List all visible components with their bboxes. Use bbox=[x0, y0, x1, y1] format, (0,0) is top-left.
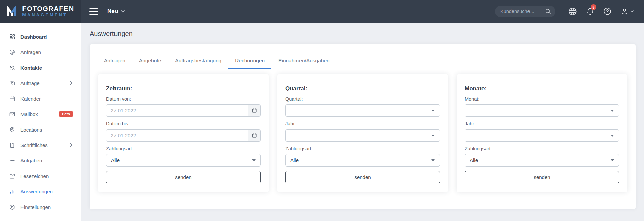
select-caret-icon bbox=[431, 135, 435, 137]
map-pin-icon bbox=[9, 126, 15, 133]
select-value: - - - bbox=[290, 133, 298, 138]
sidebar-item-locations[interactable]: Locations bbox=[0, 122, 81, 137]
help-button[interactable] bbox=[601, 5, 614, 18]
payment-type-label: Zahlungsart: bbox=[465, 146, 619, 151]
camera-icon bbox=[9, 80, 15, 86]
date-from-picker-button[interactable] bbox=[248, 105, 260, 116]
chevron-down-icon bbox=[121, 10, 125, 13]
sidebar-item-kalender[interactable]: Kalender bbox=[0, 91, 81, 106]
sidebar-item-label: Einstellungen bbox=[20, 204, 51, 210]
sidebar-item-anfragen[interactable]: Anfragen bbox=[0, 44, 81, 60]
panel-title: Quartal: bbox=[285, 85, 440, 92]
page-title: Auswertungen bbox=[90, 30, 636, 38]
select-value: Alle bbox=[111, 157, 120, 163]
neu-dropdown-button[interactable]: Neu bbox=[107, 8, 125, 15]
tab-angebote[interactable]: Angebote bbox=[132, 57, 168, 69]
sidebar-item-label: Locations bbox=[20, 127, 42, 133]
top-navbar: FOTOGRAFEN MANAGEMENT Neu bbox=[0, 0, 644, 23]
year-select[interactable]: - - - bbox=[465, 129, 619, 142]
senden-button-quartal[interactable]: senden bbox=[285, 171, 440, 183]
panel-zeitraum: Zeitraum: Datum von: bbox=[98, 74, 269, 192]
date-to-input[interactable] bbox=[106, 133, 248, 138]
month-label: Monat: bbox=[465, 96, 619, 102]
sidebar-item-label: Auswertungen bbox=[20, 189, 53, 194]
date-to-picker-button[interactable] bbox=[248, 130, 260, 141]
user-menu-button[interactable] bbox=[618, 5, 635, 18]
senden-button-zeitraum[interactable]: senden bbox=[106, 171, 261, 183]
chevron-right-icon bbox=[70, 143, 73, 147]
quarter-select[interactable]: - - - bbox=[285, 104, 440, 117]
payment-type-label: Zahlungsart: bbox=[106, 146, 261, 151]
sidebar-item-auswertungen[interactable]: Auswertungen bbox=[0, 184, 81, 199]
notifications-button[interactable]: 5 bbox=[584, 5, 596, 18]
year-label: Jahr: bbox=[465, 121, 619, 126]
auswertungen-card: Anfragen Angebote Auftragsbestätigung Re… bbox=[90, 44, 636, 209]
tab-rechnungen[interactable]: Rechnungen bbox=[228, 57, 271, 69]
sidebar-item-mailbox[interactable]: Mailbox Beta bbox=[0, 106, 81, 122]
date-from-field bbox=[106, 104, 261, 117]
select-value: Alle bbox=[290, 157, 299, 163]
calendar-icon bbox=[252, 133, 257, 138]
notification-count-badge: 5 bbox=[591, 4, 596, 10]
neu-label: Neu bbox=[107, 8, 118, 15]
sidebar-item-lesezeichen[interactable]: Lesezeichen bbox=[0, 168, 81, 184]
payment-type-label: Zahlungsart: bbox=[285, 146, 440, 151]
payment-type-select[interactable]: Alle bbox=[106, 154, 261, 167]
tab-einnahmen-ausgaben[interactable]: Einnahmen/Ausgaben bbox=[272, 57, 336, 69]
logo-text-line1: FOTOGRAFEN bbox=[22, 5, 74, 12]
sidebar-item-kontakte[interactable]: Kontakte bbox=[0, 60, 81, 75]
calendar-icon bbox=[9, 95, 15, 102]
tab-auftragsbestaetigung[interactable]: Auftragsbestätigung bbox=[168, 57, 228, 69]
sidebar-item-einstellungen[interactable]: Einstellungen bbox=[0, 199, 81, 215]
sidebar-item-label: Mailbox bbox=[20, 111, 38, 117]
customer-search[interactable] bbox=[495, 6, 555, 17]
main-content: Auswertungen Anfragen Angebote Auftragsb… bbox=[81, 23, 644, 221]
sidebar: Dashboard Anfragen Kontakte bbox=[0, 23, 81, 221]
document-icon bbox=[9, 142, 15, 148]
date-from-input[interactable] bbox=[106, 108, 248, 113]
sidebar-item-dashboard[interactable]: Dashboard bbox=[0, 29, 81, 44]
sidebar-item-auftraege[interactable]: Aufträge bbox=[0, 75, 81, 91]
language-globe-button[interactable] bbox=[566, 5, 579, 18]
select-value: --- bbox=[470, 108, 475, 113]
sidebar-item-aufgaben[interactable]: Aufgaben bbox=[0, 153, 81, 168]
search-icon bbox=[545, 9, 551, 14]
panel-quartal: Quartal: Quartal: - - - Jahr: - - - Zahl… bbox=[277, 74, 448, 192]
dashboard-grid-icon bbox=[9, 33, 15, 40]
select-caret-icon bbox=[611, 135, 614, 137]
beta-badge: Beta bbox=[59, 111, 73, 117]
report-tabs: Anfragen Angebote Auftragsbestätigung Re… bbox=[97, 57, 628, 69]
sidebar-item-label: Kontakte bbox=[20, 65, 42, 71]
senden-button-monate[interactable]: senden bbox=[465, 171, 619, 183]
sidebar-item-label: Aufträge bbox=[20, 80, 40, 86]
hamburger-icon bbox=[89, 8, 98, 9]
logo-m-icon bbox=[6, 6, 19, 17]
payment-type-select[interactable]: Alle bbox=[465, 154, 619, 167]
payment-type-select[interactable]: Alle bbox=[285, 154, 440, 167]
logo-text-line2: MANAGEMENT bbox=[22, 13, 74, 17]
year-select[interactable]: - - - bbox=[285, 129, 440, 142]
select-caret-icon bbox=[611, 110, 614, 112]
panel-monate: Monate: Monat: --- Jahr: - - - Zahlungsa… bbox=[457, 74, 627, 192]
select-caret-icon bbox=[431, 159, 435, 161]
sidebar-toggle-button[interactable] bbox=[87, 6, 100, 17]
month-select[interactable]: --- bbox=[465, 104, 619, 117]
external-link-icon bbox=[9, 173, 15, 179]
help-circle-icon bbox=[603, 7, 612, 16]
sidebar-item-label: Kalender bbox=[20, 96, 41, 102]
panel-title: Monate: bbox=[465, 85, 619, 92]
app-logo[interactable]: FOTOGRAFEN MANAGEMENT bbox=[0, 0, 81, 23]
tab-anfragen[interactable]: Anfragen bbox=[97, 57, 132, 69]
bar-chart-icon bbox=[9, 188, 15, 195]
list-icon bbox=[9, 157, 15, 164]
sidebar-item-schriftliches[interactable]: Schriftliches bbox=[0, 137, 81, 153]
select-value: - - - bbox=[290, 108, 298, 113]
search-input[interactable] bbox=[500, 9, 545, 14]
chevron-right-icon bbox=[70, 81, 73, 85]
sidebar-item-label: Schriftliches bbox=[20, 142, 48, 148]
panel-title: Zeitraum: bbox=[106, 85, 261, 92]
gear-icon bbox=[9, 204, 15, 210]
sidebar-item-label: Dashboard bbox=[20, 34, 47, 40]
envelope-icon bbox=[9, 111, 15, 117]
users-icon bbox=[9, 64, 15, 71]
